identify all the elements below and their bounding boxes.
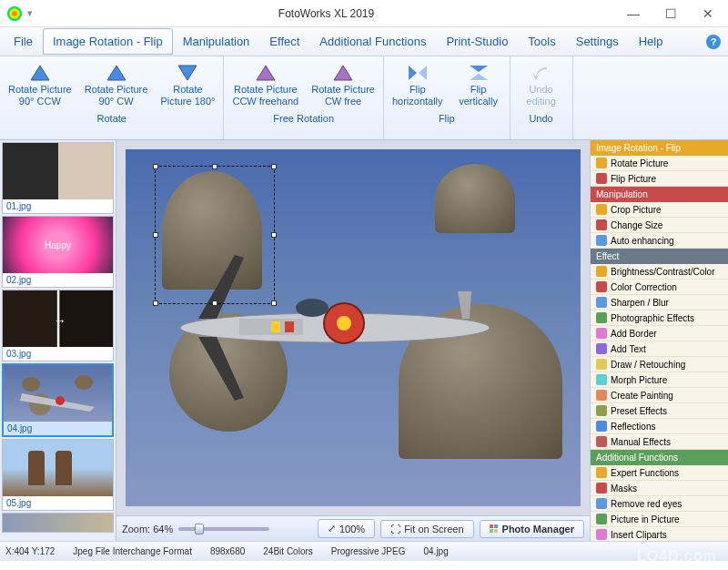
ribbon: Rotate Picture 90° CCW Rotate Picture 90… <box>0 56 728 140</box>
right-panel-item[interactable]: Draw / Retouching <box>591 357 728 372</box>
panel-item-icon <box>596 343 607 354</box>
selection-box[interactable] <box>155 166 275 304</box>
selection-handle[interactable] <box>153 164 158 169</box>
right-panel-item[interactable]: Create Painting <box>591 388 728 403</box>
undo-editing-button[interactable]: Undo editing <box>513 60 570 111</box>
thumbnail-item[interactable]: 01.jpg <box>2 142 114 214</box>
panel-item-label: Masks <box>611 483 637 494</box>
menu-tools[interactable]: Tools <box>518 28 565 55</box>
menu-help[interactable]: Help <box>629 28 673 55</box>
panel-item-icon <box>596 328 607 339</box>
close-button[interactable]: ✕ <box>695 5 721 23</box>
selection-handle[interactable] <box>153 232 158 238</box>
right-panel[interactable]: Image Rotation - FlipRotate PictureFlip … <box>590 140 728 541</box>
right-panel-item[interactable]: Preset Effects <box>591 403 728 419</box>
menu-effect[interactable]: Effect <box>259 28 309 55</box>
panel-item-label: Add Border <box>611 329 657 339</box>
panel-item-icon <box>596 514 607 524</box>
panel-item-label: Auto enhancing <box>611 236 674 246</box>
rotate-ccw-freehand-button[interactable]: Rotate Picture CCW freehand <box>227 60 304 111</box>
right-panel-item[interactable]: Brightness/Contrast/Color <box>591 264 728 280</box>
panel-item-label: Brightness/Contrast/Color <box>611 267 715 277</box>
ribbon-group-free-label: Free Rotation <box>273 111 334 127</box>
right-panel-item[interactable]: Change Size <box>591 218 728 233</box>
thumbnail-item-selected[interactable]: 04.jpg <box>2 363 114 437</box>
fit-icon: ⛶ <box>390 524 400 534</box>
panel-item-label: Picture in Picture <box>611 514 680 524</box>
ribbon-group-rotate-label: Rotate <box>97 111 126 127</box>
rotate-cw-icon <box>106 64 127 82</box>
fit-on-screen-button[interactable]: ⛶Fit on Screen <box>380 520 473 538</box>
rotate-180-button[interactable]: Rotate Picture 180° <box>155 60 220 111</box>
flip-vertical-button[interactable]: Flip vertically <box>450 60 507 111</box>
rotate-cw-button[interactable]: Rotate Picture 90° CW <box>79 60 154 111</box>
thumbnail-item[interactable]: 05.jpg <box>2 439 114 511</box>
panel-item-icon <box>596 436 607 447</box>
selection-handle[interactable] <box>212 300 217 306</box>
panel-item-icon <box>596 235 607 246</box>
image-object-castle[interactable] <box>435 164 515 233</box>
right-panel-section-header: Manipulation <box>591 187 728 202</box>
thumbnail-item[interactable]: Happy 02.jpg <box>2 216 114 288</box>
panel-item-icon <box>596 266 607 277</box>
rotate-ccw-icon <box>29 64 51 82</box>
zoom-slider-thumb[interactable] <box>195 524 204 534</box>
menu-settings[interactable]: Settings <box>566 28 629 55</box>
menu-file[interactable]: File <box>4 28 43 55</box>
right-panel-item[interactable]: Remove red eyes <box>591 496 728 512</box>
panel-item-label: Draw / Retouching <box>611 360 685 370</box>
right-panel-item[interactable]: Flip Picture <box>591 171 728 187</box>
flip-horizontal-button[interactable]: Flip horizontally <box>387 60 449 111</box>
right-panel-item[interactable]: Manual Effects <box>591 434 728 450</box>
right-panel-item[interactable]: Photographic Effects <box>591 310 728 326</box>
right-panel-item[interactable]: Sharpen / Blur <box>591 295 728 310</box>
right-panel-item[interactable]: Auto enhancing <box>591 233 728 249</box>
menu-manipulation[interactable]: Manipulation <box>173 28 260 55</box>
maximize-button[interactable]: ☐ <box>658 5 684 23</box>
thumbnail-item[interactable]: 03.jpg <box>2 290 114 361</box>
minimize-button[interactable]: — <box>620 5 647 23</box>
right-panel-item[interactable]: Reflections <box>591 419 728 434</box>
selection-handle[interactable] <box>271 232 277 238</box>
thumbnail-label: 05.jpg <box>3 496 113 510</box>
content-area: 01.jpg Happy 02.jpg 03.jpg 04.jpg 05.jpg <box>0 140 728 541</box>
menu-additional[interactable]: Additional Functions <box>309 28 436 55</box>
selection-handle[interactable] <box>153 300 158 306</box>
right-panel-section-header: Image Rotation - Flip <box>591 140 728 156</box>
ribbon-group-undo-label: Undo <box>529 111 552 127</box>
right-panel-item[interactable]: Add Border <box>591 326 728 341</box>
thumbnail-item[interactable] <box>2 513 114 533</box>
right-panel-item[interactable]: Morph Picture <box>591 372 728 388</box>
right-panel-item[interactable]: Rotate Picture <box>591 156 728 171</box>
menu-image-rotation[interactable]: Image Rotation - Flip <box>43 28 173 55</box>
selection-handle[interactable] <box>271 300 277 306</box>
photo-manager-button[interactable]: Photo Manager <box>480 520 584 538</box>
zoom-slider[interactable] <box>178 527 269 531</box>
right-panel-item[interactable]: Color Correction <box>591 280 728 295</box>
selection-handle[interactable] <box>271 164 277 169</box>
rotate-ccw-button[interactable]: Rotate Picture 90° CCW <box>3 60 77 111</box>
right-panel-section-header: Additional Functions <box>591 450 728 465</box>
help-icon[interactable]: ? <box>706 35 721 49</box>
panel-item-label: Insert Cliparts <box>611 530 667 540</box>
panel-item-icon <box>596 219 607 230</box>
right-panel-item[interactable]: Expert Functions <box>591 465 728 481</box>
window-title: FotoWorks XL 2019 <box>33 7 620 20</box>
right-panel-item[interactable]: Masks <box>591 481 728 496</box>
zoom-100-button[interactable]: ⤢100% <box>318 519 375 538</box>
rotate-cw-free-button[interactable]: Rotate Picture CW free <box>306 60 380 111</box>
app-icon <box>7 6 22 21</box>
thumbnail-panel[interactable]: 01.jpg Happy 02.jpg 03.jpg 04.jpg 05.jpg <box>0 140 116 541</box>
editor-canvas[interactable] <box>126 149 581 506</box>
panel-item-label: Change Size <box>611 220 662 230</box>
menubar: File Image Rotation - Flip Manipulation … <box>0 27 728 56</box>
right-panel-item[interactable]: Picture in Picture <box>591 512 728 527</box>
ribbon-group-rotate: Rotate Picture 90° CCW Rotate Picture 90… <box>0 56 224 139</box>
selection-handle[interactable] <box>212 164 217 169</box>
menu-print-studio[interactable]: Print-Studio <box>436 28 518 55</box>
right-panel-item[interactable]: Insert Cliparts <box>591 527 728 541</box>
right-panel-item[interactable]: Crop Picture <box>591 202 728 218</box>
right-panel-item[interactable]: Add Text <box>591 341 728 357</box>
thumbnail-label: 02.jpg <box>3 273 113 287</box>
panel-item-label: Remove red eyes <box>611 499 682 509</box>
